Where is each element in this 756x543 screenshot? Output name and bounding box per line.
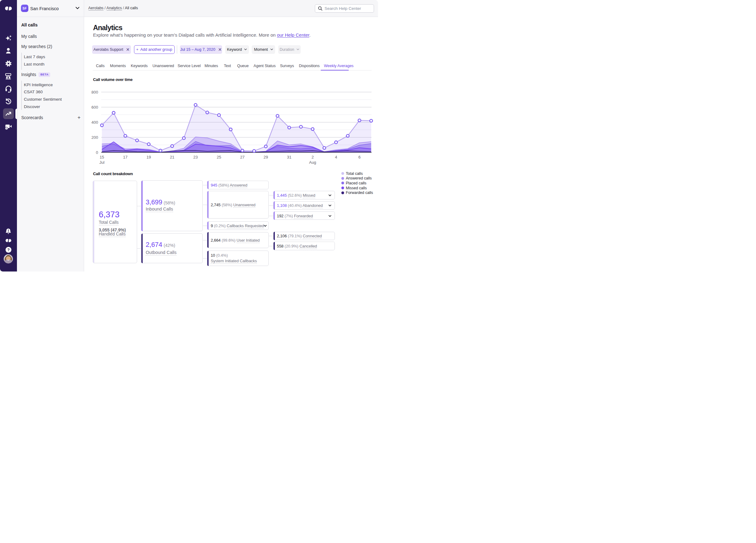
- svg-text:29: 29: [263, 155, 268, 160]
- svg-text:23: 23: [193, 155, 197, 160]
- svg-text:800: 800: [91, 90, 98, 95]
- svg-text:27: 27: [240, 155, 244, 160]
- svg-text:2: 2: [311, 155, 314, 160]
- svg-text:600: 600: [91, 105, 98, 110]
- svg-text:400: 400: [91, 120, 98, 125]
- svg-text:Aug: Aug: [309, 160, 316, 165]
- svg-text:200: 200: [91, 135, 98, 140]
- svg-text:31: 31: [287, 155, 291, 160]
- svg-text:?: ?: [7, 248, 10, 252]
- svg-text:6: 6: [358, 155, 360, 160]
- svg-text:21: 21: [170, 155, 174, 160]
- svg-text:0: 0: [96, 150, 98, 155]
- svg-text:Jul: Jul: [99, 160, 104, 165]
- svg-text:25: 25: [217, 155, 221, 160]
- svg-text:4: 4: [335, 155, 337, 160]
- svg-text:15: 15: [100, 155, 104, 160]
- svg-text:19: 19: [146, 155, 151, 160]
- svg-text:17: 17: [123, 155, 127, 160]
